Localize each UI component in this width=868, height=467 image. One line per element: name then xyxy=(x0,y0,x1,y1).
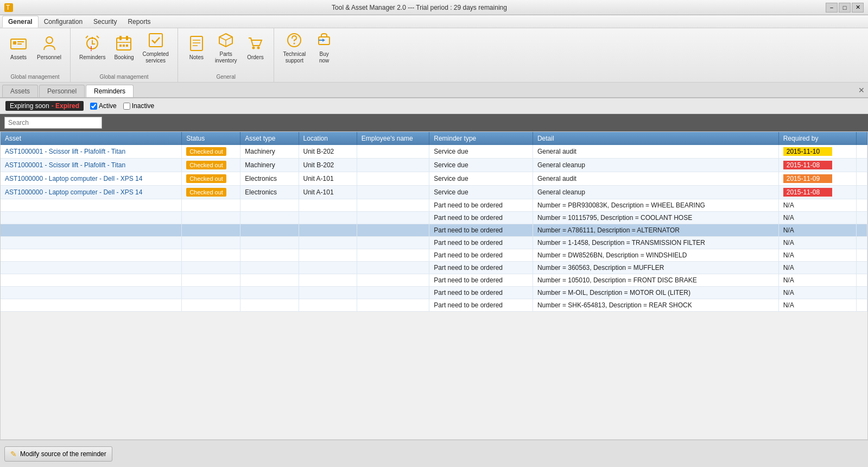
cell-employee xyxy=(357,287,429,299)
svg-point-23 xyxy=(257,46,260,49)
menu-item-general[interactable]: General xyxy=(2,16,39,28)
cell-spacer xyxy=(856,159,867,172)
menu-item-configuration[interactable]: Configuration xyxy=(39,16,88,27)
orders-button[interactable]: Orders xyxy=(241,31,269,63)
cell-status xyxy=(182,262,240,274)
parts-inventory-label: Parts inventory xyxy=(215,51,237,64)
table-row[interactable]: AST1000000 - Laptop computer - Dell - XP… xyxy=(1,186,867,199)
cell-location: Unit B-202 xyxy=(299,145,357,159)
active-checkbox-label[interactable]: Active xyxy=(90,102,117,110)
parts-inventory-icon xyxy=(216,30,236,50)
tab-assets[interactable]: Assets xyxy=(2,85,38,97)
cell-status xyxy=(182,212,240,224)
booking-button[interactable]: Booking xyxy=(110,31,138,63)
tab-personnel[interactable]: Personnel xyxy=(39,85,85,97)
parts-inventory-button[interactable]: Parts inventory xyxy=(211,28,242,66)
cell-location: Unit A-101 xyxy=(299,186,357,199)
svg-text:T: T xyxy=(6,4,10,11)
menu-item-security[interactable]: Security xyxy=(88,16,122,27)
cell-asset-type xyxy=(240,262,299,274)
cell-reminder-type: Service due xyxy=(429,145,533,159)
table-row[interactable]: Part need to be orderedNumber = 105010, … xyxy=(1,274,867,287)
cell-spacer xyxy=(856,199,867,212)
table-row[interactable]: Part need to be orderedNumber = DW8526BN… xyxy=(1,249,867,262)
cell-spacer xyxy=(856,274,867,287)
menu-item-reports[interactable]: Reports xyxy=(122,16,156,27)
technical-support-button[interactable]: Technical support xyxy=(278,28,310,66)
group1-label: Global management xyxy=(0,74,70,80)
toolbar-group-global-management: Assets Personnel Global management xyxy=(0,28,71,82)
notes-icon xyxy=(187,34,206,53)
table-row[interactable]: Part need to be orderedNumber = A786111,… xyxy=(1,224,867,237)
cell-detail: Number = 105010, Description = FRONT DIS… xyxy=(533,274,778,287)
col-spacer xyxy=(856,132,867,145)
cell-status xyxy=(182,249,240,262)
svg-marker-27 xyxy=(322,39,325,42)
search-input[interactable] xyxy=(4,117,102,129)
table-row[interactable]: Part need to be orderedNumber = SHK-6548… xyxy=(1,299,867,312)
table-row[interactable]: AST1000001 - Scissor lift - Plafolift - … xyxy=(1,159,867,172)
buy-now-button[interactable]: Buy now xyxy=(310,28,338,66)
table-row[interactable]: Part need to be orderedNumber = 360563, … xyxy=(1,262,867,274)
notes-button[interactable]: Notes xyxy=(182,31,211,63)
table-row[interactable]: Part need to be orderedNumber = 10115795… xyxy=(1,212,867,224)
status-badge: Checked out xyxy=(186,147,226,156)
cell-asset: AST1000001 - Scissor lift - Plafolift - … xyxy=(1,159,182,172)
cell-spacer xyxy=(856,249,867,262)
cell-required-by: 2015-11-10 xyxy=(778,145,856,159)
cell-required-by: N/A xyxy=(778,212,856,224)
toolbar-group-general: Notes Parts inventory Orders xyxy=(178,28,275,82)
cell-spacer xyxy=(856,262,867,274)
technical-support-label: Technical support xyxy=(283,51,306,64)
cell-detail: Number = 10115795, Description = COOLANT… xyxy=(533,212,778,224)
table-row[interactable]: AST1000001 - Scissor lift - Plafolift - … xyxy=(1,145,867,159)
cell-employee xyxy=(357,159,429,172)
cell-reminder-type: Part need to be ordered xyxy=(429,299,533,312)
cell-employee xyxy=(357,249,429,262)
personnel-button[interactable]: Personnel xyxy=(33,31,66,63)
minimize-button[interactable]: − xyxy=(826,3,838,12)
cell-employee xyxy=(357,199,429,212)
reminders-button[interactable]: ! Reminders xyxy=(75,31,110,63)
maximize-button[interactable]: □ xyxy=(839,3,851,12)
app-title: Tool & Asset Manager 2.0 --- Trial perio… xyxy=(13,4,826,11)
table-row[interactable]: Part need to be orderedNumber = M-OIL, D… xyxy=(1,287,867,299)
cell-detail: Number = PBR930083K, Description = WHEEL… xyxy=(533,199,778,212)
cell-asset xyxy=(1,224,182,237)
notes-label: Notes xyxy=(189,54,204,61)
cell-required-by: N/A xyxy=(778,274,856,287)
orders-label: Orders xyxy=(247,54,264,61)
svg-rect-11 xyxy=(126,36,128,40)
buy-now-icon xyxy=(314,30,334,50)
completed-services-icon xyxy=(146,30,166,50)
completed-services-button[interactable]: Completed services xyxy=(138,28,173,66)
cell-reminder-type: Part need to be ordered xyxy=(429,212,533,224)
tab-reminders[interactable]: Reminders xyxy=(86,85,134,97)
table-container: Asset Status Asset type Location Employe… xyxy=(0,131,868,440)
table-row[interactable]: Part need to be orderedNumber = 1-1458, … xyxy=(1,237,867,249)
table-row[interactable]: Part need to be orderedNumber = PBR93008… xyxy=(1,199,867,212)
status-badge: Checked out xyxy=(186,174,226,183)
assets-button[interactable]: Assets xyxy=(4,31,33,63)
cell-spacer xyxy=(856,186,867,199)
cell-detail: General cleanup xyxy=(533,159,778,172)
cell-detail: Number = A786111, Description = ALTERNAT… xyxy=(533,224,778,237)
modify-source-button[interactable]: ✎ Modify source of the reminder xyxy=(4,446,112,462)
cell-location: Unit A-101 xyxy=(299,172,357,186)
inactive-checkbox-label[interactable]: Inactive xyxy=(123,102,154,110)
cell-required-by: 2015-11-08 xyxy=(778,186,856,199)
cell-asset xyxy=(1,262,182,274)
active-checkbox[interactable] xyxy=(90,103,97,110)
search-bar xyxy=(0,114,868,131)
svg-rect-17 xyxy=(191,36,202,51)
modify-source-icon: ✎ xyxy=(10,450,17,458)
cell-status xyxy=(182,299,240,312)
tab-close-button[interactable]: ✕ xyxy=(858,86,865,94)
cell-spacer xyxy=(856,299,867,312)
cell-required-by: N/A xyxy=(778,224,856,237)
cell-location xyxy=(299,249,357,262)
inactive-checkbox[interactable] xyxy=(123,103,130,110)
table-row[interactable]: AST1000000 - Laptop computer - Dell - XP… xyxy=(1,172,867,186)
close-button[interactable]: ✕ xyxy=(852,3,864,12)
svg-text:!: ! xyxy=(90,45,92,52)
